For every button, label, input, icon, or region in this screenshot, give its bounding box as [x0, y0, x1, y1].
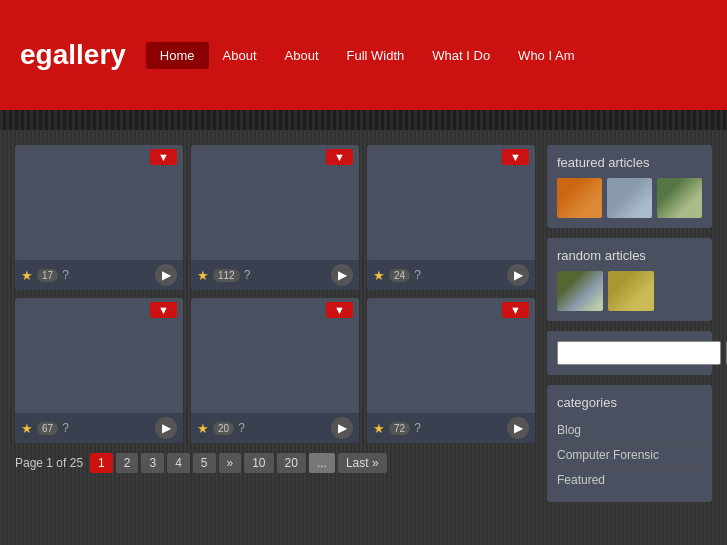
- count-badge: 112: [213, 269, 240, 282]
- gallery-card: ▼ ★ 112 ? ▶: [191, 145, 359, 290]
- info-icon[interactable]: ?: [62, 268, 69, 282]
- ellipsis-button[interactable]: ...: [309, 453, 335, 473]
- gallery-card: ▼ ★ 20 ? ▶: [191, 298, 359, 443]
- categories-section: categories Blog Computer Forensic Featur…: [547, 385, 712, 502]
- card-footer-left: ★ 17 ?: [21, 268, 69, 283]
- search-input[interactable]: [557, 341, 721, 365]
- page-label: Page 1 of 25: [15, 456, 83, 470]
- info-icon[interactable]: ?: [414, 268, 421, 282]
- category-blog[interactable]: Blog: [557, 418, 702, 443]
- card-footer: ★ 112 ? ▶: [191, 260, 359, 290]
- card-footer: ★ 67 ? ▶: [15, 413, 183, 443]
- random-thumbs: [557, 271, 702, 311]
- card-dropdown-button[interactable]: ▼: [502, 302, 529, 318]
- card-footer-left: ★ 67 ?: [21, 421, 69, 436]
- featured-thumb-2[interactable]: [607, 178, 652, 218]
- star-icon: ★: [21, 421, 33, 436]
- card-body: [197, 169, 353, 260]
- card-footer: ★ 17 ? ▶: [15, 260, 183, 290]
- card-dropdown-button[interactable]: ▼: [150, 149, 177, 165]
- main-content: ▼ ★ 17 ? ▶ ▼: [0, 130, 727, 527]
- card-footer-left: ★ 112 ?: [197, 268, 250, 283]
- arrow-button[interactable]: ▶: [155, 264, 177, 286]
- card-dropdown-button[interactable]: ▼: [326, 302, 353, 318]
- nav: Home About About Full Width What I Do Wh…: [146, 42, 589, 69]
- featured-thumbs: [557, 178, 702, 218]
- count-badge: 67: [37, 422, 58, 435]
- page-1-button[interactable]: 1: [90, 453, 113, 473]
- featured-articles-section: featured articles: [547, 145, 712, 228]
- card-top-bar: ▼: [367, 298, 535, 322]
- card-top-bar: ▼: [15, 298, 183, 322]
- arrow-button[interactable]: ▶: [331, 417, 353, 439]
- card-top-bar: ▼: [191, 298, 359, 322]
- gallery-grid: ▼ ★ 17 ? ▶ ▼: [15, 145, 535, 443]
- page-3-button[interactable]: 3: [141, 453, 164, 473]
- gallery: ▼ ★ 17 ? ▶ ▼: [15, 145, 535, 512]
- card-dropdown-button[interactable]: ▼: [502, 149, 529, 165]
- nav-home[interactable]: Home: [146, 42, 209, 69]
- count-badge: 24: [389, 269, 410, 282]
- card-footer-left: ★ 20 ?: [197, 421, 245, 436]
- categories-title: categories: [557, 395, 702, 410]
- category-featured[interactable]: Featured: [557, 468, 702, 492]
- card-top-bar: ▼: [367, 145, 535, 169]
- arrow-button[interactable]: ▶: [507, 417, 529, 439]
- random-articles-title: random articles: [557, 248, 702, 263]
- star-icon: ★: [21, 268, 33, 283]
- arrow-button[interactable]: ▶: [507, 264, 529, 286]
- card-footer-left: ★ 24 ?: [373, 268, 421, 283]
- nav-fullwidth[interactable]: Full Width: [333, 42, 419, 69]
- nav-about1[interactable]: About: [209, 42, 271, 69]
- card-top-bar: ▼: [191, 145, 359, 169]
- last-button[interactable]: Last »: [338, 453, 387, 473]
- page-5-button[interactable]: 5: [193, 453, 216, 473]
- page-4-button[interactable]: 4: [167, 453, 190, 473]
- category-computer-forensic[interactable]: Computer Forensic: [557, 443, 702, 468]
- star-icon: ★: [197, 268, 209, 283]
- featured-thumb-1[interactable]: [557, 178, 602, 218]
- nav-about2[interactable]: About: [271, 42, 333, 69]
- logo: egallery: [20, 39, 126, 71]
- nav-whoiam[interactable]: Who I Am: [504, 42, 588, 69]
- card-top-bar: ▼: [15, 145, 183, 169]
- random-articles-section: random articles: [547, 238, 712, 321]
- card-dropdown-button[interactable]: ▼: [150, 302, 177, 318]
- card-body: [21, 322, 177, 413]
- info-icon[interactable]: ?: [244, 268, 251, 282]
- star-icon: ★: [373, 421, 385, 436]
- gallery-card: ▼ ★ 72 ? ▶: [367, 298, 535, 443]
- card-footer: ★ 20 ? ▶: [191, 413, 359, 443]
- card-body: [21, 169, 177, 260]
- card-footer: ★ 72 ? ▶: [367, 413, 535, 443]
- random-thumb-1[interactable]: [557, 271, 603, 311]
- info-icon[interactable]: ?: [62, 421, 69, 435]
- gallery-card: ▼ ★ 67 ? ▶: [15, 298, 183, 443]
- card-footer-left: ★ 72 ?: [373, 421, 421, 436]
- card-body: [197, 322, 353, 413]
- page-2-button[interactable]: 2: [116, 453, 139, 473]
- card-body: [373, 169, 529, 260]
- next-button[interactable]: »: [219, 453, 242, 473]
- card-dropdown-button[interactable]: ▼: [326, 149, 353, 165]
- card-body: [373, 322, 529, 413]
- star-icon: ★: [197, 421, 209, 436]
- pagination: Page 1 of 25 1 2 3 4 5 » 10 20 ... Last …: [15, 453, 535, 473]
- search-row: Search: [557, 341, 702, 365]
- count-badge: 20: [213, 422, 234, 435]
- arrow-button[interactable]: ▶: [155, 417, 177, 439]
- arrow-button[interactable]: ▶: [331, 264, 353, 286]
- page-10-button[interactable]: 10: [244, 453, 273, 473]
- nav-whatido[interactable]: What I Do: [418, 42, 504, 69]
- featured-thumb-3[interactable]: [657, 178, 702, 218]
- wood-strip: [0, 110, 727, 130]
- info-icon[interactable]: ?: [238, 421, 245, 435]
- random-thumb-2[interactable]: [608, 271, 654, 311]
- featured-articles-title: featured articles: [557, 155, 702, 170]
- gallery-card: ▼ ★ 17 ? ▶: [15, 145, 183, 290]
- page-20-button[interactable]: 20: [277, 453, 306, 473]
- info-icon[interactable]: ?: [414, 421, 421, 435]
- search-section: Search: [547, 331, 712, 375]
- gallery-card: ▼ ★ 24 ? ▶: [367, 145, 535, 290]
- star-icon: ★: [373, 268, 385, 283]
